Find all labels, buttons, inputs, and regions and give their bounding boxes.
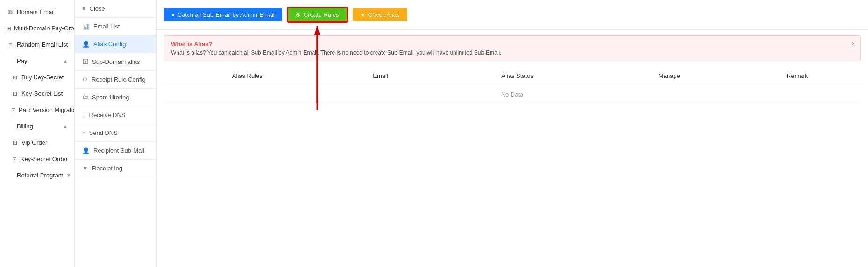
sidebar-item-key-secret-order[interactable]: ⊡ Key-Secret Order xyxy=(0,151,74,167)
sidebar-middle-label: Recipient Sub-Mail xyxy=(93,147,144,154)
sidebar-item-multi-domain[interactable]: ⊞ Multi-Domain Pay-Group xyxy=(0,20,74,36)
info-banner-text: What is alias? You can catch all Sub-Ema… xyxy=(171,49,854,56)
sidebar-item-label: Paid Version Migration xyxy=(19,106,75,113)
info-banner-title: What is Alias? xyxy=(171,41,854,48)
check-alias-button[interactable]: ★ Check Alias xyxy=(353,8,407,21)
close-menu-icon: ≡ xyxy=(82,5,86,12)
sidebar-item-random-email[interactable]: ≡ Random Email List xyxy=(0,36,74,53)
sidebar-item-label: Vip Order xyxy=(21,139,47,146)
key-secret-list-icon: ⊡ xyxy=(11,91,19,97)
sidebar-middle-label: Alias Config xyxy=(93,41,126,48)
col-remark: Remark xyxy=(734,67,861,85)
recipient-sub-icon: 👤 xyxy=(82,147,90,154)
random-email-icon: ≡ xyxy=(7,42,14,48)
check-alias-label: Check Alias xyxy=(368,11,400,18)
circle-icon: ● xyxy=(171,12,175,18)
sidebar-middle-item-sub-domain[interactable]: 🖼 Sub-Domain alias xyxy=(75,53,156,71)
plus-icon: ⊕ xyxy=(296,11,301,18)
paid-migration-icon: ⊡ xyxy=(11,107,16,113)
sidebar-item-label: Referral Program xyxy=(17,172,64,179)
sidebar-middle-label: Receipt Rule Config xyxy=(92,76,146,83)
svg-marker-2 xyxy=(314,26,320,35)
sidebar-middle-item-send-dns[interactable]: ↑ Send DNS xyxy=(75,124,156,142)
star-icon: ★ xyxy=(360,12,365,18)
sidebar-middle: ≡ Close 📊 Email List 👤 Alias Config 🖼 Su… xyxy=(75,0,157,267)
sidebar-item-vip-order[interactable]: ⊡ Vip Order xyxy=(0,134,74,151)
col-alias-status: Alias Status xyxy=(430,67,605,85)
sidebar-item-label: Billing xyxy=(17,123,33,130)
sidebar-middle-item-close[interactable]: ≡ Close xyxy=(75,0,156,18)
col-manage: Manage xyxy=(605,67,734,85)
sidebar-item-label: Domain Email xyxy=(17,8,55,15)
sidebar-item-key-secret-list[interactable]: ⊡ Key-Secret List xyxy=(0,85,74,102)
multi-domain-icon: ⊞ xyxy=(7,25,11,32)
sidebar-middle-label: Close xyxy=(90,5,105,12)
domain-email-icon: ✉ xyxy=(7,9,14,15)
sidebar-middle-label: Send DNS xyxy=(89,129,118,136)
chevron-up-icon-billing: ▲ xyxy=(63,124,68,129)
email-list-icon: 📊 xyxy=(82,23,90,30)
receive-dns-icon: ↓ xyxy=(82,112,85,119)
sidebar-left: ✉ Domain Email ⊞ Multi-Domain Pay-Group … xyxy=(0,0,75,267)
sidebar-item-label: Pay xyxy=(17,57,27,64)
sidebar-middle-item-recipient-sub[interactable]: 👤 Recipient Sub-Mail xyxy=(75,142,156,160)
sidebar-middle-item-spam[interactable]: 🗂 Spam filtering xyxy=(75,89,156,106)
buy-key-icon: ⊡ xyxy=(11,74,19,81)
sidebar-middle-item-receipt-rule[interactable]: ⚙ Receipt Rule Config xyxy=(75,71,156,89)
spam-icon: 🗂 xyxy=(82,94,88,101)
sidebar-item-domain-email[interactable]: ✉ Domain Email xyxy=(0,4,74,20)
alias-table: Alias Rules Email Alias Status Manage Re… xyxy=(164,67,861,104)
chevron-down-icon-referral: ▼ xyxy=(66,173,71,178)
sidebar-middle-label: Sub-Domain alias xyxy=(92,58,140,65)
catch-all-label: Catch all Sub-Email by Admin-Email xyxy=(178,11,275,18)
sidebar-item-label: Key-Secret List xyxy=(21,90,63,97)
sidebar-middle-item-receipt-log[interactable]: ▼ Receipt log xyxy=(75,160,156,177)
toolbar: ● Catch all Sub-Email by Admin-Email ⊕ C… xyxy=(157,0,868,30)
receipt-rule-icon: ⚙ xyxy=(82,76,88,83)
sidebar-item-referral[interactable]: Referral Program ▼ xyxy=(0,167,74,183)
main-content: ● Catch all Sub-Email by Admin-Email ⊕ C… xyxy=(157,0,868,267)
receipt-log-icon: ▼ xyxy=(82,165,88,172)
create-rules-button[interactable]: ⊕ Create Rules xyxy=(287,7,348,23)
sidebar-middle-item-alias-config[interactable]: 👤 Alias Config xyxy=(75,35,156,53)
col-alias-rules: Alias Rules xyxy=(164,67,331,85)
sidebar-item-label: Key-Secret Order xyxy=(21,155,68,162)
sidebar-middle-label: Receive DNS xyxy=(89,112,126,119)
sidebar-item-label: Buy Key-Secret xyxy=(21,74,64,81)
table-container: Alias Rules Email Alias Status Manage Re… xyxy=(157,67,868,267)
table-header-row: Alias Rules Email Alias Status Manage Re… xyxy=(164,67,861,85)
sidebar-item-buy-key[interactable]: ⊡ Buy Key-Secret xyxy=(0,69,74,85)
sub-domain-icon: 🖼 xyxy=(82,58,88,65)
info-banner: What is Alias? What is alias? You can ca… xyxy=(164,35,861,61)
sidebar-item-label: Random Email List xyxy=(17,41,68,48)
key-secret-order-icon: ⊡ xyxy=(11,156,18,162)
vip-order-icon: ⊡ xyxy=(11,140,19,146)
col-email: Email xyxy=(331,67,431,85)
sidebar-middle-label: Email List xyxy=(93,23,120,30)
sidebar-middle-label: Receipt log xyxy=(92,165,122,172)
chevron-up-icon: ▲ xyxy=(63,58,68,63)
create-rules-label: Create Rules xyxy=(304,11,339,18)
sidebar-item-paid-migration[interactable]: ⊡ Paid Version Migration xyxy=(0,102,74,118)
alias-config-icon: 👤 xyxy=(82,41,90,48)
sidebar-item-pay[interactable]: Pay ▲ xyxy=(0,53,74,69)
sidebar-middle-item-receive-dns[interactable]: ↓ Receive DNS xyxy=(75,106,156,124)
no-data-cell: No Data xyxy=(164,85,861,104)
catch-all-button[interactable]: ● Catch all Sub-Email by Admin-Email xyxy=(164,8,282,21)
sidebar-item-billing[interactable]: Billing ▲ xyxy=(0,118,74,134)
sidebar-middle-label: Spam filtering xyxy=(92,94,129,101)
sidebar-item-label: Multi-Domain Pay-Group xyxy=(14,25,75,32)
table-empty-row: No Data xyxy=(164,85,861,104)
sidebar-middle-item-email-list[interactable]: 📊 Email List xyxy=(75,18,156,35)
send-dns-icon: ↑ xyxy=(82,129,85,136)
create-rules-wrapper: ⊕ Create Rules xyxy=(287,7,348,23)
close-banner-button[interactable]: × xyxy=(851,40,855,48)
